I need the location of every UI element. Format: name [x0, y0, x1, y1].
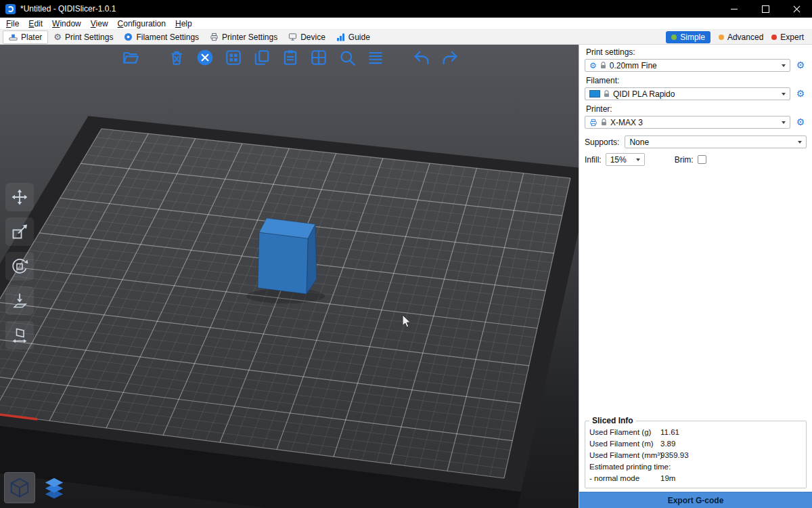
place-on-face-tool-button[interactable] — [5, 287, 34, 315]
menu-help[interactable]: Help — [171, 19, 197, 28]
close-icon — [793, 5, 800, 13]
lock-icon — [600, 62, 606, 69]
menu-view[interactable]: View — [86, 19, 113, 28]
export-gcode-button[interactable]: Export G-code — [579, 492, 812, 508]
mode-label: Simple — [680, 33, 705, 42]
preview-view-icon — [43, 476, 66, 499]
delete-button[interactable] — [166, 47, 187, 68]
si-value: 9359.93 — [660, 451, 802, 459]
add-icon — [122, 49, 139, 66]
menu-configuration[interactable]: Configuration — [113, 19, 171, 28]
chevron-down-icon — [782, 121, 786, 124]
tab-label: Printer Settings — [222, 33, 277, 42]
filament-combo[interactable]: QIDI PLA Rapido — [585, 87, 790, 100]
qidislicer-window: *Untitled - QIDISlicer-1.0.1 File Edit W… — [0, 0, 812, 508]
window-title: *Untitled - QIDISlicer-1.0.1 — [20, 4, 116, 14]
delete-all-icon — [196, 49, 214, 66]
logo-swirl — [7, 6, 14, 12]
printer-icon — [210, 33, 219, 41]
mode-advanced[interactable]: Advanced — [719, 33, 763, 42]
tab-label: Plater — [21, 33, 42, 42]
preview-view-button[interactable] — [39, 472, 70, 503]
place-on-face-icon — [10, 291, 29, 310]
brim-label: Brim: — [675, 155, 694, 165]
plater-toolbar — [120, 47, 460, 68]
search-icon — [338, 49, 357, 67]
rotate-icon — [10, 257, 29, 276]
editor-view-icon — [8, 476, 31, 499]
tab-label: Guide — [348, 33, 370, 42]
move-tool-button[interactable] — [5, 183, 34, 211]
redo-button[interactable] — [440, 47, 460, 68]
move-icon — [10, 188, 29, 207]
mode-label: Advanced — [727, 33, 763, 42]
filament-gear-button[interactable]: ⚙ — [794, 87, 807, 100]
mode-simple[interactable]: Simple — [666, 31, 710, 43]
arrange-icon — [225, 49, 242, 66]
filament-color-swatch — [589, 90, 600, 98]
si-label: - normal mode — [589, 474, 660, 482]
layer-height-button[interactable] — [365, 47, 386, 68]
redo-icon — [441, 48, 459, 67]
close-button[interactable] — [781, 0, 812, 18]
printer-value: X-MAX 3 — [610, 118, 778, 127]
split-button[interactable] — [309, 47, 329, 68]
menu-file[interactable]: File — [1, 19, 24, 28]
sliced-info-row: Used Filament (g) 11.61 — [589, 426, 802, 438]
printer-combo[interactable]: X-MAX 3 — [585, 116, 790, 129]
minimize-button[interactable] — [719, 0, 750, 18]
scale-tool-button[interactable] — [5, 217, 34, 246]
supports-combo[interactable]: None — [625, 135, 807, 148]
printer-icon — [589, 119, 597, 127]
add-button[interactable] — [120, 47, 141, 68]
measure-tool-button[interactable] — [5, 321, 34, 350]
tab-plater[interactable]: Plater — [3, 30, 48, 44]
title-bar: *Untitled - QIDISlicer-1.0.1 — [0, 0, 812, 18]
rotate-tool-button[interactable] — [5, 252, 34, 280]
search-button[interactable] — [337, 47, 357, 68]
menu-window[interactable]: Window — [47, 19, 86, 28]
si-value: 3.89 — [660, 440, 802, 448]
infill-value: 15% — [610, 155, 633, 165]
paste-button[interactable] — [280, 47, 300, 68]
delete-all-button[interactable] — [195, 47, 215, 68]
filament-label: Filament: — [586, 76, 807, 85]
copy-button[interactable] — [252, 47, 272, 68]
mode-expert[interactable]: Expert — [771, 33, 804, 42]
arrange-button[interactable] — [223, 47, 244, 68]
infill-combo[interactable]: 15% — [606, 153, 645, 166]
tab-print-settings[interactable]: ⚙ Print Settings — [48, 30, 118, 44]
tab-printer-settings[interactable]: Printer Settings — [204, 30, 283, 44]
gizmo-toolbar — [5, 183, 34, 350]
menu-bar: File Edit Window View Configuration Help — [0, 18, 812, 30]
filament-value: QIDI PLA Rapido — [613, 89, 778, 99]
sliced-info-panel: Sliced Info Used Filament (g) 11.61 Used… — [585, 416, 807, 488]
print-settings-combo[interactable]: ⚙ 0.20mm Fine — [585, 59, 790, 72]
maximize-button[interactable] — [750, 0, 781, 18]
tab-label: Filament Settings — [136, 33, 199, 42]
undo-button[interactable] — [411, 47, 432, 68]
brim-checkbox[interactable] — [698, 155, 706, 164]
tab-filament-settings[interactable]: Filament Settings — [118, 30, 204, 44]
supports-value: None — [629, 137, 794, 147]
print-settings-gear-button[interactable]: ⚙ — [794, 59, 807, 72]
printer-gear-button[interactable]: ⚙ — [794, 116, 807, 129]
tab-device[interactable]: Device — [283, 30, 331, 44]
scene-canvas[interactable] — [0, 45, 579, 508]
lock-icon — [604, 90, 610, 98]
delete-icon — [168, 49, 185, 66]
layer-height-icon — [367, 49, 384, 66]
sliced-info-row: Estimated printing time: — [589, 461, 802, 472]
mode-switcher: Simple Advanced Expert — [666, 31, 809, 43]
mode-label: Expert — [780, 33, 804, 42]
paste-icon — [281, 49, 299, 66]
model-cube[interactable] — [258, 218, 317, 294]
viewport-3d[interactable] — [0, 45, 579, 508]
menu-edit[interactable]: Edit — [24, 19, 47, 28]
tab-guide[interactable]: Guide — [331, 30, 376, 44]
editor-view-button[interactable] — [4, 472, 35, 503]
sliced-info-row: Used Filament (mm³) 9359.93 — [589, 449, 802, 461]
advanced-dot-icon — [719, 35, 724, 40]
chevron-down-icon — [636, 158, 640, 161]
undo-icon — [412, 48, 431, 67]
